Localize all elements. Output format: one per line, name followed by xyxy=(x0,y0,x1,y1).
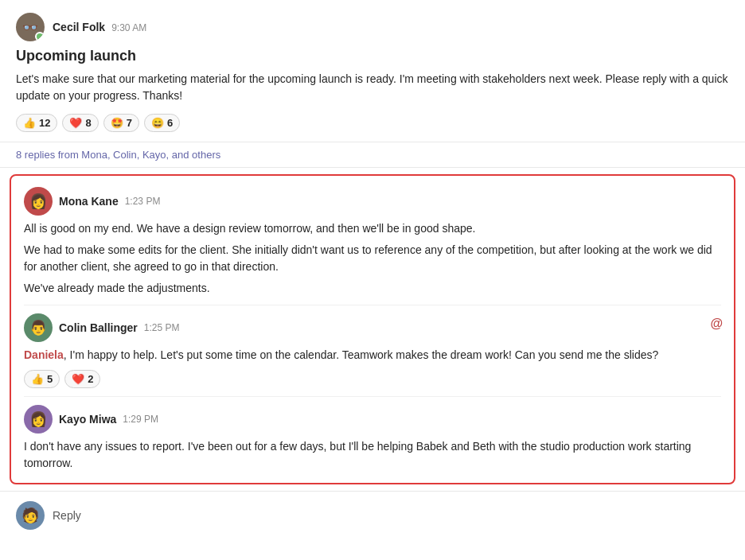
post-time: 1:25 PM xyxy=(144,322,180,333)
reaction-count: 5 xyxy=(47,373,53,385)
author-name: Cecil Folk xyxy=(53,21,105,33)
avatar xyxy=(24,405,53,434)
reply-paragraph: We've already made the adjustments. xyxy=(24,280,721,297)
reply-header: Colin Ballinger 1:25 PM xyxy=(24,313,721,342)
reaction-laugh[interactable]: 😄 6 xyxy=(144,114,180,132)
replies-thread: Mona Kane 1:23 PM All is good on my end.… xyxy=(10,174,735,484)
reaction-emoji: ❤️ xyxy=(72,373,84,385)
mention-daniela: Daniela xyxy=(24,348,64,361)
author-name: Kayo Miwa xyxy=(59,413,116,426)
reply-label[interactable]: Reply xyxy=(53,509,81,522)
at-mention-icon: @ xyxy=(710,317,723,331)
avatar xyxy=(16,13,45,41)
reaction-count: 8 xyxy=(85,117,91,129)
reaction-count: 6 xyxy=(167,117,173,129)
reactions-bar: 👍 12 ❤️ 8 🤩 7 😄 6 xyxy=(16,114,729,132)
reaction-emoji: 👍 xyxy=(31,373,44,385)
reply-colin: Colin Ballinger 1:25 PM Daniela, I'm hap… xyxy=(11,305,734,396)
post-header: Cecil Folk 9:30 AM xyxy=(16,13,729,41)
author-name: Mona Kane xyxy=(59,195,119,208)
post-time: 1:29 PM xyxy=(123,414,158,425)
online-badge xyxy=(35,32,45,41)
reply-header: Mona Kane 1:23 PM xyxy=(24,187,721,216)
reply-header: Kayo Miwa 1:29 PM xyxy=(24,405,721,434)
main-post: Cecil Folk 9:30 AM Upcoming launch Let's… xyxy=(0,0,745,142)
reply-body: All is good on my end. We have a design … xyxy=(24,220,721,297)
post-time: 9:30 AM xyxy=(111,22,146,33)
post-time: 1:23 PM xyxy=(125,196,161,207)
reply-input-area: Reply xyxy=(0,491,745,539)
reaction-emoji: ❤️ xyxy=(69,117,82,129)
post-body: Let's make sure that our marketing mater… xyxy=(16,71,729,104)
replies-link[interactable]: 8 replies from Mona, Colin, Kayo, and ot… xyxy=(0,142,745,168)
reply-paragraph: Daniela, I'm happy to help. Let's put so… xyxy=(24,347,721,364)
reaction-star-eyes[interactable]: 🤩 7 xyxy=(103,114,139,132)
reply-mona: Mona Kane 1:23 PM All is good on my end.… xyxy=(11,179,734,305)
reply-paragraph: I don't have any issues to report. I've … xyxy=(24,438,721,472)
reaction-thumbs-up[interactable]: 👍 12 xyxy=(16,114,57,132)
avatar xyxy=(24,313,53,342)
reaction-thumbs-up[interactable]: 👍 5 xyxy=(24,370,60,388)
avatar xyxy=(24,187,53,216)
reply-paragraph: We had to make some edits for the client… xyxy=(24,242,721,275)
reaction-emoji: 😄 xyxy=(151,117,164,129)
reaction-count: 2 xyxy=(88,373,93,385)
reaction-heart[interactable]: ❤️ 8 xyxy=(62,114,98,132)
reply-reactions: 👍 5 ❤️ 2 xyxy=(24,370,721,388)
reply-kayo: Kayo Miwa 1:29 PM I don't have any issue… xyxy=(11,397,734,480)
reaction-count: 7 xyxy=(127,117,132,129)
reply-paragraph: All is good on my end. We have a design … xyxy=(24,220,721,237)
post-title: Upcoming launch xyxy=(16,48,729,64)
reply-body: Daniela, I'm happy to help. Let's put so… xyxy=(24,347,721,364)
reaction-emoji: 🤩 xyxy=(111,117,123,129)
avatar xyxy=(16,501,45,530)
reply-body: I don't have any issues to report. I've … xyxy=(24,438,721,472)
reaction-heart[interactable]: ❤️ 2 xyxy=(64,370,100,388)
reaction-emoji: 👍 xyxy=(23,117,36,129)
author-info: Cecil Folk 9:30 AM xyxy=(53,21,146,33)
author-name: Colin Ballinger xyxy=(59,321,138,334)
reaction-count: 12 xyxy=(39,117,50,129)
